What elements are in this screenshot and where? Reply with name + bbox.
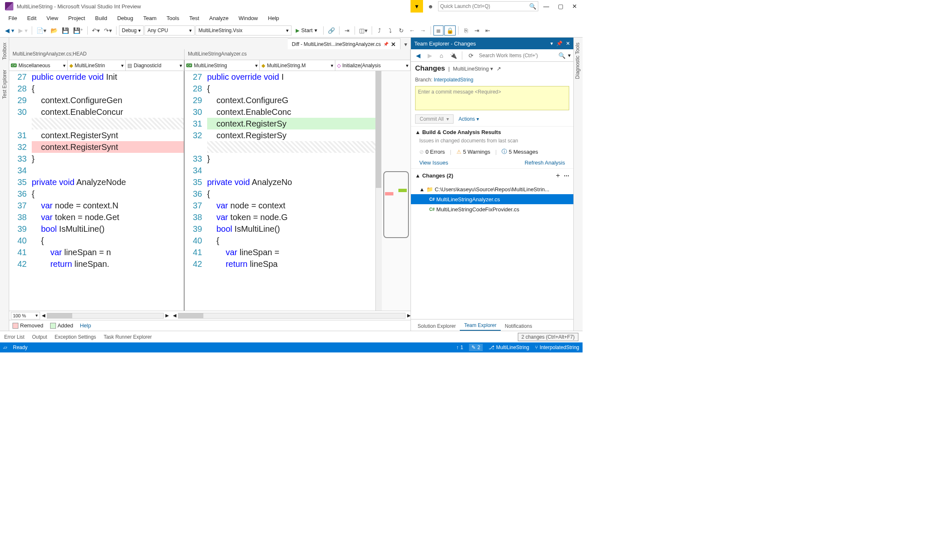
new-project-button[interactable]: 📄▾	[35, 25, 48, 35]
code-editor-left[interactable]: public override void Init{ context.Confi…	[32, 71, 184, 311]
work-items-search[interactable]	[478, 52, 556, 59]
layout-button[interactable]: ◫▾	[357, 25, 369, 35]
tree-folder[interactable]: ▲ 📁C:\Users\kaseyu\Source\Repos\MultiLin…	[411, 184, 573, 194]
changes-more-icon[interactable]: ⋯	[564, 172, 569, 179]
nav-member-left[interactable]: ▤DiagnosticId▾	[126, 60, 184, 71]
panel-dropdown-icon[interactable]: ▾	[550, 41, 553, 46]
feedback-icon[interactable]: ☻	[426, 2, 435, 10]
menu-test[interactable]: Test	[184, 13, 204, 23]
tab-overflow-button[interactable]: ▾	[400, 39, 411, 49]
platform-combo[interactable]: Any CPU▾	[144, 25, 195, 35]
open-file-button[interactable]: 📂	[49, 25, 59, 35]
commit-message-input[interactable]: Enter a commit message <Required>	[415, 86, 569, 110]
menu-window[interactable]: Window	[233, 13, 263, 23]
config-combo[interactable]: Debug▾	[119, 25, 144, 35]
prev-diff-button[interactable]: ←	[407, 25, 417, 35]
menu-build[interactable]: Build	[90, 13, 112, 23]
diagnostic-tools-tab[interactable]: Diagnostic Tools	[574, 41, 581, 81]
tab-team-explorer[interactable]: Team Explorer	[460, 321, 500, 331]
close-tab-icon[interactable]: ✕	[391, 41, 396, 48]
quick-launch-input[interactable]	[440, 3, 529, 9]
menu-view[interactable]: View	[41, 13, 63, 23]
changes-section[interactable]: ▲ Changes (2) ＋ ⋯	[411, 168, 573, 182]
nav-project-right[interactable]: C#MultiLineString▾	[185, 60, 260, 71]
overview-ruler[interactable]	[381, 71, 411, 311]
next-diff-button[interactable]: →	[418, 25, 428, 35]
view-issues-link[interactable]: View Issues	[419, 160, 448, 166]
document-tab[interactable]: Diff - MultiLineStri...ineStringAnalyzer…	[288, 38, 400, 49]
step-button[interactable]: ⇥	[342, 25, 352, 35]
nav-class-right[interactable]: ◆MultiLineString.M▾	[260, 60, 335, 71]
undo-button[interactable]: ↶▾	[90, 25, 101, 35]
quick-launch-box[interactable]: 🔍	[438, 1, 538, 11]
menu-file[interactable]: File	[3, 13, 22, 23]
status-flag-icon[interactable]: ▱	[3, 345, 7, 350]
zoom-combo[interactable]: 100 %▾	[11, 312, 40, 319]
status-unpushed[interactable]: ↑ 1	[456, 345, 464, 350]
status-repo[interactable]: ⎇ MultiLineString	[489, 345, 529, 350]
indent-button[interactable]: ⇥	[472, 25, 482, 35]
tab-notifications[interactable]: Notifications	[501, 322, 536, 331]
misc-button[interactable]: ⎘	[461, 25, 471, 35]
build-analysis-section[interactable]: ▲ Build & Code Analysis Results	[411, 126, 573, 138]
branch-link[interactable]: InterpolatedString	[434, 77, 474, 83]
te-forward-button[interactable]: ▶	[425, 51, 434, 60]
menu-debug[interactable]: Debug	[112, 13, 138, 23]
hscroll-left[interactable]	[47, 313, 164, 319]
status-changes[interactable]: ✎ 2	[469, 344, 483, 351]
te-connect-button[interactable]: 🔌	[449, 51, 458, 60]
menu-project[interactable]: Project	[63, 13, 90, 23]
status-branch[interactable]: ⑂ InterpolatedString	[535, 345, 579, 350]
nav-back-button[interactable]: ◀ ▾	[3, 25, 16, 35]
popout-icon[interactable]: ↗	[497, 66, 501, 72]
nav-member-right[interactable]: ◇Initialize(Analysis▾	[335, 60, 411, 71]
side-by-side-button[interactable]: ≣	[433, 25, 443, 35]
stage-add-icon[interactable]: ＋	[555, 171, 561, 180]
changes-dropdown-icon[interactable]: ▾	[490, 66, 493, 72]
menu-edit[interactable]: Edit	[22, 13, 41, 23]
attach-button[interactable]: 🔗	[326, 25, 337, 35]
te-home-button[interactable]: ⌂	[437, 51, 446, 60]
nav-forward-button[interactable]: ▶ ▾	[17, 25, 29, 35]
scroll-left-icon-2[interactable]: ◀	[173, 313, 176, 318]
panel-close-icon[interactable]: ✕	[566, 41, 570, 46]
tab-error-list[interactable]: Error List	[4, 334, 25, 340]
start-button[interactable]: ▶Start▾	[292, 25, 320, 35]
tab-task-runner[interactable]: Task Runner Explorer	[104, 334, 152, 340]
menu-tools[interactable]: Tools	[162, 13, 184, 23]
startup-project-combo[interactable]: MultiLineString.Vsix▾	[195, 25, 291, 35]
close-button[interactable]: ✕	[568, 1, 581, 11]
tab-exception-settings[interactable]: Exception Settings	[55, 334, 96, 340]
nav-icon[interactable]: ⤴	[375, 25, 385, 35]
redo-button[interactable]: ↷▾	[102, 25, 114, 35]
save-all-button[interactable]: 💾⁺	[71, 25, 85, 35]
pin-icon[interactable]: 📌	[383, 42, 388, 46]
commit-all-button[interactable]: Commit All ▾	[415, 114, 454, 124]
menu-help[interactable]: Help	[263, 13, 284, 23]
code-editor-right[interactable]: public override void I{ context.Configur…	[207, 71, 375, 311]
vertical-scrollbar[interactable]	[375, 71, 381, 311]
notifications-flag-icon[interactable]: ▼	[411, 0, 423, 13]
scroll-right-icon-2[interactable]: ▶	[407, 313, 411, 318]
warnings-chip[interactable]: ⚠5 Warnings	[456, 149, 490, 155]
search-icon[interactable]: 🔍	[558, 52, 565, 59]
nav-icon-2[interactable]: ⤵	[385, 25, 395, 35]
refresh-analysis-link[interactable]: Refresh Analysis	[525, 160, 565, 166]
nav-project-left[interactable]: C#Miscellaneous▾	[9, 60, 68, 71]
maximize-button[interactable]: ▢	[554, 1, 567, 11]
te-refresh-button[interactable]: ⟳	[466, 51, 476, 60]
te-back-button[interactable]: ◀	[413, 51, 423, 60]
tree-file-selected[interactable]: C#MultiLineStringAnalyzer.cs	[411, 194, 573, 204]
menu-analyze[interactable]: Analyze	[204, 13, 233, 23]
toolbox-tab[interactable]: Toolbox	[1, 41, 8, 61]
diff-help-link[interactable]: Help	[80, 322, 91, 329]
tree-file[interactable]: C#MultiLineStringCodeFixProvider.cs	[411, 204, 573, 214]
panel-pin-icon[interactable]: 📌	[556, 41, 563, 46]
tab-solution-explorer[interactable]: Solution Explorer	[413, 322, 460, 331]
menu-team[interactable]: Team	[138, 13, 162, 23]
outdent-button[interactable]: ⇤	[483, 25, 493, 35]
test-explorer-tab[interactable]: Test Explorer	[1, 68, 8, 101]
errors-chip[interactable]: ⊘0 Errors	[419, 149, 445, 155]
nav-icon-3[interactable]: ↻	[396, 25, 406, 35]
tab-output[interactable]: Output	[32, 334, 47, 340]
